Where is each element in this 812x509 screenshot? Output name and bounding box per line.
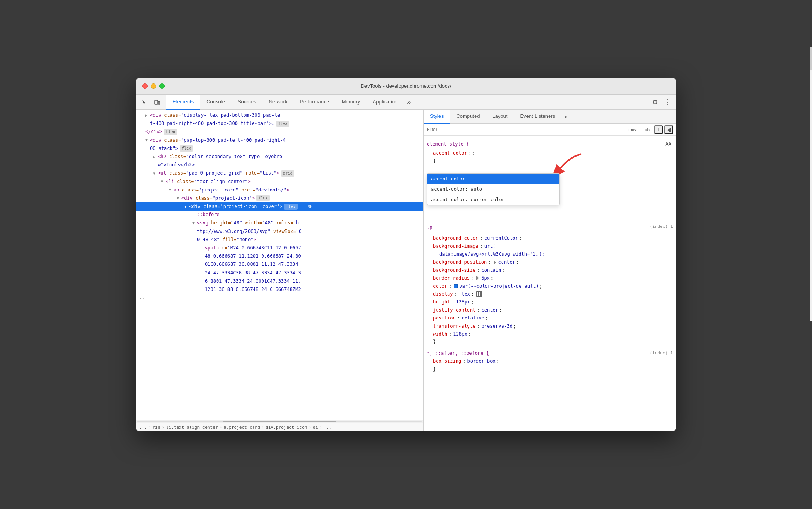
dom-line[interactable]: t-400 pad-right-400 pad-top-300 title-ba…	[136, 119, 423, 128]
traffic-lights	[142, 83, 165, 89]
more-button[interactable]: ⋮	[662, 97, 673, 108]
tab-sources[interactable]: Sources	[231, 95, 263, 110]
tab-overflow-button[interactable]: »	[404, 95, 414, 110]
tab-styles[interactable]: Styles	[424, 110, 450, 124]
autocomplete-item-accent-color[interactable]: accent-color	[427, 174, 559, 184]
tab-network[interactable]: Network	[263, 95, 294, 110]
toggle-sidebar-button[interactable]: ◀	[664, 125, 673, 134]
dom-line[interactable]: 6.8801 47.3334 24.0001C47.3334 11.	[136, 277, 423, 285]
expand-arrow[interactable]: ▼	[161, 179, 166, 185]
breadcrumb-item[interactable]: di	[313, 425, 318, 430]
svg-rect-0	[155, 100, 158, 104]
expand-arrow[interactable]: ▼	[153, 170, 158, 177]
breadcrumb-item[interactable]: rid	[153, 425, 161, 430]
dom-scrollbar-thumb[interactable]	[223, 421, 336, 422]
styles-panel: Styles Computed Layout Event Listeners »…	[424, 110, 676, 431]
dom-line[interactable]: 24 47.3334C36.88 47.3334 47.3334 3	[136, 269, 423, 277]
expand-arrow[interactable]: ▼	[184, 204, 189, 210]
dom-line[interactable]: ▶ <div class="display-flex pad-bottom-30…	[136, 111, 423, 119]
expand-arrow[interactable]: ▶	[153, 154, 158, 160]
expand-triangle[interactable]	[476, 276, 479, 280]
dom-line[interactable]: ▼ <div class="gap-top-300 pad-left-400 p…	[136, 136, 423, 144]
autocomplete-item-accent-auto[interactable]: accent-color: auto	[427, 184, 559, 194]
css-prop-color: color: var(--color-project-default);	[427, 282, 673, 290]
dom-selected-indicator: == $0	[300, 203, 313, 210]
css-prop-box-sizing: box-sizing: border-box;	[427, 357, 673, 365]
tab-performance[interactable]: Performance	[294, 95, 335, 110]
tab-event-listeners[interactable]: Event Listeners	[514, 110, 561, 124]
main-content: ▶ <div class="display-flex pad-bottom-30…	[136, 110, 676, 431]
dom-line[interactable]: ▼ <svg height="48" width="48" xmlns="h	[136, 219, 423, 227]
display-icon[interactable]	[476, 291, 482, 297]
expand-arrow[interactable]: ▶	[145, 112, 150, 119]
dom-line-selected[interactable]: ▼ <div class="project-icon__cover"> flex…	[136, 202, 423, 211]
dom-line[interactable]: 00 stack"> flex	[136, 144, 423, 153]
hov-button[interactable]: :hov	[626, 126, 639, 133]
tab-application[interactable]: Application	[366, 95, 404, 110]
expand-triangle[interactable]	[494, 260, 496, 264]
css-prop-border-radius: border-radius: 6px;	[427, 274, 673, 282]
dom-content[interactable]: ▶ <div class="display-flex pad-bottom-30…	[136, 110, 423, 420]
settings-button[interactable]: ⚙	[650, 97, 660, 108]
cursor-icon[interactable]	[139, 97, 150, 108]
breadcrumb-item[interactable]: li.text-align-center	[166, 425, 218, 430]
dom-panel: ▶ <div class="display-flex pad-bottom-30…	[136, 110, 424, 431]
maximize-button[interactable]	[159, 83, 165, 89]
css-properties-block: background-color: currentColor; backgrou…	[424, 233, 676, 347]
dom-line[interactable]: 01C0.666687 36.8801 11.12 47.3334	[136, 260, 423, 269]
expand-arrow[interactable]: ▼	[177, 195, 181, 201]
cls-button[interactable]: .cls	[641, 126, 653, 133]
close-button[interactable]	[142, 83, 148, 89]
css-prop-background-color: background-color: currentColor;	[427, 234, 673, 242]
dom-line[interactable]: ▶ <path d="M24 0.666748C11.12 0.6667	[136, 244, 423, 252]
dom-badge-flex: flex	[276, 121, 289, 127]
dom-line[interactable]: ▼ <a class="project-card" href="devtools…	[136, 186, 423, 194]
dom-line[interactable]: 1201 36.88 0.666748 24 0.666748ZM2	[136, 285, 423, 294]
device-toggle-icon[interactable]	[152, 97, 162, 108]
dom-line[interactable]: ttp://www.w3.org/2000/svg" viewBox="0	[136, 227, 423, 236]
dom-line[interactable]: ::before	[136, 211, 423, 219]
dom-line[interactable]: ▶ <h2 class="color-secondary-text type--…	[136, 153, 423, 161]
dom-line[interactable]: 0 48 48" fill="none">	[136, 236, 423, 244]
add-style-button[interactable]: +	[654, 125, 663, 134]
autocomplete-dropdown[interactable]: accent-color accent-color: auto accent-c…	[427, 173, 560, 205]
breadcrumb-item[interactable]: ...	[324, 425, 332, 430]
autocomplete-item-accent-currentcolor[interactable]: accent-color: currentcolor	[427, 195, 559, 205]
dom-line[interactable]: ▼ <ul class="pad-0 project-grid" role="l…	[136, 169, 423, 177]
color-swatch[interactable]	[454, 284, 458, 288]
expand-arrow[interactable]: ▼	[192, 220, 197, 226]
dom-scrollbar-track[interactable]	[137, 421, 422, 422]
breadcrumb-item[interactable]: div.project-icon	[265, 425, 307, 430]
dom-line[interactable]: ▼ <div class="project-icon"> flex	[136, 194, 423, 202]
dom-scrollbar[interactable]	[136, 420, 423, 423]
tab-console[interactable]: Console	[200, 95, 231, 110]
styles-content[interactable]: element.style { AA accent-color : ;	[424, 136, 676, 431]
filter-input[interactable]	[427, 127, 623, 132]
dom-line[interactable]: ...	[136, 294, 423, 302]
breadcrumb-item[interactable]: a.project-card	[224, 425, 260, 430]
devtools-window: DevTools - developer.chrome.com/docs/	[136, 78, 676, 431]
aa-icon[interactable]: AA	[664, 139, 673, 149]
css-prop-height: height: 128px;	[427, 298, 673, 306]
breadcrumb-item[interactable]: ...	[139, 425, 147, 430]
dom-badge-grid: grid	[281, 170, 294, 177]
filter-bar: :hov .cls + ◀	[424, 124, 676, 136]
css-rule-p: .p (index):1	[424, 222, 676, 233]
dom-badge-flex: flex	[256, 195, 270, 201]
dom-badge-flex: flex	[180, 145, 193, 152]
styles-tab-overflow[interactable]: »	[561, 114, 571, 120]
tab-memory[interactable]: Memory	[336, 95, 366, 110]
devtools-container: Elements Console Sources Network Perform…	[136, 95, 676, 431]
tab-elements[interactable]: Elements	[166, 95, 200, 110]
dom-line[interactable]: </div> flex	[136, 128, 423, 136]
dom-line[interactable]: w">Tools</h2>	[136, 161, 423, 169]
expand-arrow[interactable]: ▼	[169, 187, 173, 193]
styles-toolbar: Styles Computed Layout Event Listeners »	[424, 110, 676, 124]
dom-line[interactable]: 48 0.666687 11.1201 0.666687 24.00	[136, 252, 423, 260]
expand-arrow[interactable]: ▼	[145, 137, 150, 143]
css-rule-universal: *, ::after, ::before { (index):1 box-siz…	[424, 348, 676, 375]
tab-computed[interactable]: Computed	[450, 110, 486, 124]
tab-layout[interactable]: Layout	[486, 110, 514, 124]
dom-line[interactable]: ▼ <li class="text-align-center">	[136, 178, 423, 186]
minimize-button[interactable]	[151, 83, 156, 89]
